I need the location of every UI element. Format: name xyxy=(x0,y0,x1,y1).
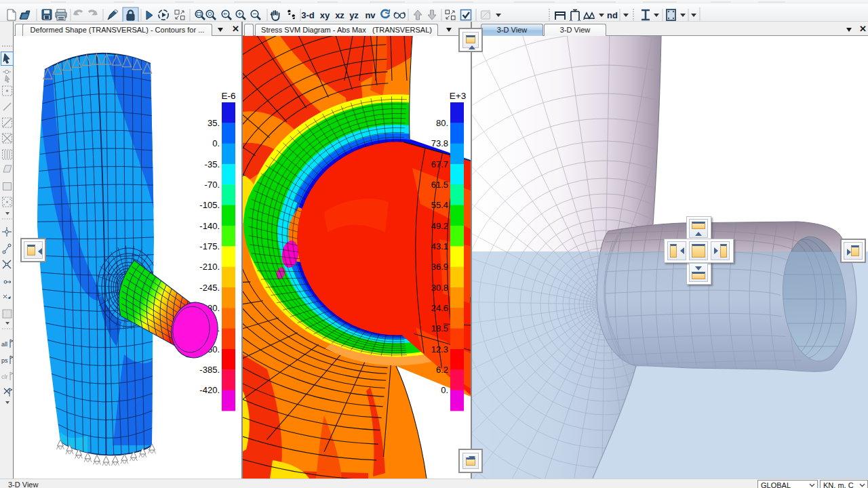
svg-text:-245.: -245. xyxy=(199,283,220,293)
svg-text:xy: xy xyxy=(320,10,330,20)
svg-text:nd: nd xyxy=(607,10,618,20)
svg-text:80.: 80. xyxy=(436,118,448,128)
svg-text:12.3: 12.3 xyxy=(431,344,448,354)
svg-text:24.6: 24.6 xyxy=(431,303,448,313)
svg-text:yz: yz xyxy=(349,10,359,20)
svg-text:E+3: E+3 xyxy=(450,91,466,101)
svg-text:-385.: -385. xyxy=(199,365,220,375)
svg-text:E-6: E-6 xyxy=(221,91,235,101)
svg-text:18.5: 18.5 xyxy=(431,323,448,333)
svg-text:0.: 0. xyxy=(212,138,220,148)
svg-text:nv: nv xyxy=(365,10,376,20)
svg-text:-210.: -210. xyxy=(199,262,220,272)
svg-text:-35.: -35. xyxy=(205,159,220,169)
svg-text:43.1: 43.1 xyxy=(431,241,448,251)
svg-text:ps: ps xyxy=(1,357,8,364)
svg-text:-70.: -70. xyxy=(205,180,220,190)
svg-text:xz: xz xyxy=(335,10,344,20)
svg-text:-105.: -105. xyxy=(199,200,220,210)
svg-text:35.: 35. xyxy=(208,118,220,128)
svg-text:6.2: 6.2 xyxy=(436,365,448,375)
svg-text:67.7: 67.7 xyxy=(431,159,448,169)
svg-text:-420.: -420. xyxy=(199,385,220,395)
svg-text:61.5: 61.5 xyxy=(431,180,448,190)
svg-text:clr: clr xyxy=(1,373,8,380)
svg-text:-175.: -175. xyxy=(199,241,220,251)
svg-text:-140.: -140. xyxy=(199,221,220,231)
svg-text:49.2: 49.2 xyxy=(431,221,448,231)
svg-text:3-d: 3-d xyxy=(301,10,315,20)
svg-text:36.9: 36.9 xyxy=(431,262,448,272)
svg-text:all: all xyxy=(1,341,7,348)
svg-text:30.8: 30.8 xyxy=(431,283,448,293)
svg-text:55.4: 55.4 xyxy=(431,200,448,210)
svg-text:73.8: 73.8 xyxy=(431,138,448,148)
svg-text:0.: 0. xyxy=(441,385,448,395)
